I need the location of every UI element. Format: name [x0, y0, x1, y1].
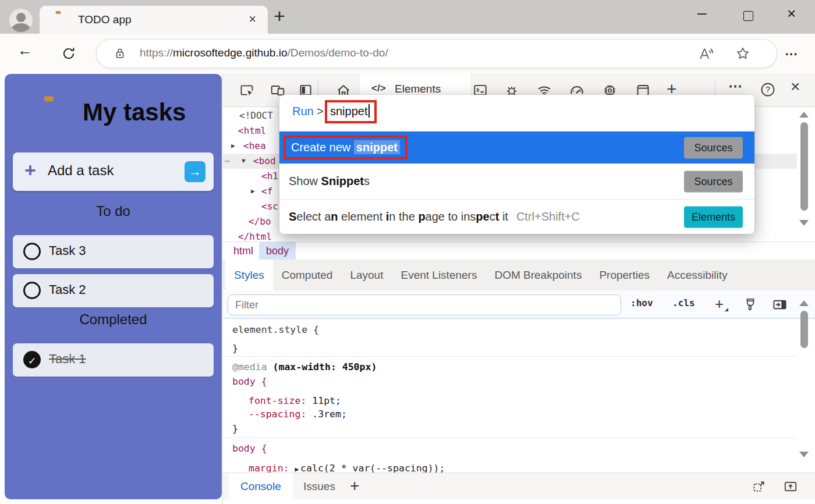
window-maximize-button[interactable] [743, 11, 753, 21]
breadcrumb-body[interactable]: body [259, 242, 296, 260]
styles-scrollbar-down[interactable] [799, 452, 809, 457]
panel-badge-elements: Elements [684, 206, 743, 228]
css-property[interactable]: --spacing: .3rem; [249, 408, 347, 421]
result-select-element[interactable]: Select an element in the page to inspect… [279, 199, 754, 234]
result-label: Select an element in the page to inspect… [289, 210, 508, 223]
inline-style-close: } [232, 342, 238, 355]
command-menu: Run > snippet Create new snippet Sources… [279, 95, 754, 234]
tab-layout[interactable]: Layout [341, 260, 392, 290]
url-host: microsoftedge.github.io [173, 47, 287, 59]
tab-computed[interactable]: Computed [273, 260, 342, 290]
task-row[interactable]: Task 3 [13, 235, 214, 268]
devtools-more-menu-icon[interactable]: ⋯ [728, 78, 743, 94]
styles-filter-input[interactable] [228, 294, 621, 315]
css-property-clipped[interactable]: margin: ▶calc(2 * var(--spacing)); [249, 462, 445, 473]
bring-to-front-icon[interactable] [783, 479, 798, 494]
browser-tab-todo-app[interactable]: TODO app × [40, 6, 268, 34]
tab-styles[interactable]: Styles [225, 260, 273, 290]
rule-divider [223, 356, 797, 357]
drawer-more-tabs-icon[interactable]: + [350, 477, 359, 495]
element-classes-toggle[interactable]: .cls [672, 297, 695, 308]
annotation-box-query: snippet [325, 100, 377, 123]
add-task-field[interactable]: + Add a task → [13, 152, 214, 191]
task-label: Task 1 [49, 352, 86, 367]
task-checkbox-checked[interactable]: ✓ [23, 351, 41, 368]
new-style-rule-icon[interactable]: + [715, 295, 724, 313]
task-checkbox[interactable] [23, 243, 41, 260]
collapsed-arrow-icon[interactable]: ▶ [251, 184, 255, 199]
command-input-row[interactable]: Run > snippet [279, 95, 754, 131]
dom-breadcrumb: html body [223, 242, 815, 260]
todo-section-heading: To do [5, 203, 222, 219]
hover-state-toggle[interactable]: :hov [630, 297, 653, 308]
expand-value-arrow-icon: ▶ [295, 466, 299, 473]
address-bar[interactable]: https://microsoftedge.github.io/Demos/de… [96, 39, 777, 68]
media-query[interactable]: @media (max-width: 450px) [232, 361, 377, 374]
command-chevron: > [317, 105, 324, 118]
rule-divider [223, 438, 797, 438]
result-label: Show Snippets [289, 175, 370, 188]
page-viewport: My tasks + Add a task → To do Task 3 Tas… [0, 73, 222, 504]
tab-event-listeners[interactable]: Event Listeners [392, 260, 486, 290]
panel-badge-sources: Sources [684, 171, 743, 192]
devtools-close-icon[interactable]: × [791, 77, 800, 96]
styles-scrollbar-thumb[interactable] [800, 311, 808, 348]
app-title: My tasks [83, 98, 186, 126]
command-mode-label: Run [292, 105, 314, 118]
styles-pane: element.style { } @media (max-width: 450… [223, 319, 797, 473]
tab-accessibility[interactable]: Accessibility [658, 260, 736, 290]
open-in-new-tool-icon[interactable] [752, 479, 767, 494]
open-computed-panel-icon[interactable] [772, 297, 788, 313]
styles-scrollbar-up[interactable] [799, 300, 809, 306]
new-tab-button[interactable]: + [274, 5, 285, 27]
keyboard-shortcut: Ctrl+Shift+C [516, 210, 580, 223]
browser-navbar: ← https://microsoftedge.github.io/Demos/… [0, 34, 815, 73]
breadcrumb-html[interactable]: html [226, 242, 260, 260]
css-rule-body[interactable]: body { [232, 442, 267, 455]
command-query-text: snippet [330, 105, 368, 118]
tab-close-icon[interactable]: × [249, 12, 256, 27]
task-label: Task 2 [49, 282, 86, 297]
drawer-tab-issues[interactable]: Issues [292, 473, 347, 500]
back-button-icon[interactable]: ← [17, 41, 33, 59]
result-show-snippets[interactable]: Show Snippets Sources [279, 164, 754, 199]
task-checkbox[interactable] [23, 282, 41, 299]
todo-app-panel: My tasks + Add a task → To do Task 3 Tas… [5, 74, 222, 499]
help-icon[interactable]: ? [760, 81, 776, 98]
collapsed-arrow-icon[interactable]: ▶ [231, 139, 235, 154]
plus-icon: + [24, 159, 36, 182]
add-task-submit-button[interactable]: → [185, 161, 205, 182]
add-task-placeholder: Add a task [48, 162, 114, 179]
css-property[interactable]: font-size: 11pt; [249, 395, 341, 407]
rule-close-brace: } [232, 423, 238, 435]
dom-scrollbar-down[interactable] [799, 220, 809, 226]
tab-dom-breakpoints[interactable]: DOM Breakpoints [486, 260, 590, 290]
node-overflow-icon[interactable]: ⋯ [225, 154, 231, 169]
drawer-tab-console[interactable]: Console [229, 473, 293, 500]
refresh-icon[interactable] [61, 46, 76, 61]
browser-settings-menu-icon[interactable]: ⋯ [785, 47, 798, 62]
dom-scrollbar-up[interactable] [799, 112, 809, 118]
task-row[interactable]: Task 2 [13, 274, 214, 307]
window-minimize-button[interactable]: – [697, 3, 707, 22]
read-aloud-icon[interactable] [698, 46, 714, 62]
expanded-arrow-icon[interactable]: ▼ [242, 154, 246, 169]
css-rule-body-media[interactable]: body { [232, 375, 267, 388]
inline-style-rule[interactable]: element.style { [232, 324, 319, 336]
todo-header: My tasks [5, 97, 222, 134]
window-close-button[interactable]: × [787, 5, 796, 23]
styles-panel-tabs: Styles Computed Layout Event Listeners D… [223, 260, 815, 290]
result-create-new-snippet[interactable]: Create new snippet Sources [279, 132, 754, 164]
url-scheme: https:// [140, 47, 173, 59]
tab-title: TODO app [78, 13, 132, 26]
profile-avatar[interactable] [9, 9, 33, 32]
tab-properties[interactable]: Properties [590, 260, 658, 290]
lock-icon[interactable] [113, 47, 127, 61]
command-results: Create new snippet Sources Show Snippets… [279, 131, 754, 234]
task-row-completed[interactable]: ✓ Task 1 [13, 343, 214, 377]
paintbrush-icon[interactable] [743, 297, 758, 312]
elements-tab-label: Elements [395, 83, 441, 95]
dom-scrollbar-thumb[interactable] [800, 122, 808, 211]
inspect-element-icon[interactable] [239, 83, 254, 98]
favorite-star-icon[interactable] [735, 45, 751, 62]
